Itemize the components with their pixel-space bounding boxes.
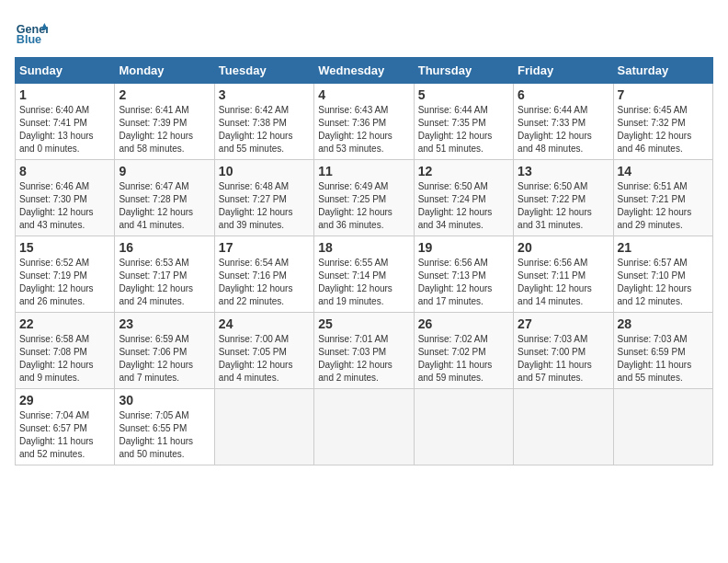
- day-number: 27: [518, 316, 609, 331]
- day-number: 20: [518, 240, 609, 255]
- calendar-cell: 8Sunrise: 6:46 AMSunset: 7:30 PMDaylight…: [16, 160, 115, 236]
- week-row-1: 1Sunrise: 6:40 AMSunset: 7:41 PMDaylight…: [16, 84, 713, 160]
- day-number: 25: [318, 316, 409, 331]
- calendar-cell: 25Sunrise: 7:01 AMSunset: 7:03 PMDayligh…: [314, 313, 414, 389]
- day-number: 15: [19, 240, 110, 255]
- day-number: 26: [418, 316, 509, 331]
- cell-info: Sunrise: 6:57 AMSunset: 7:10 PMDaylight:…: [618, 257, 709, 308]
- logo: General Blue: [15, 15, 51, 48]
- calendar-cell: 13Sunrise: 6:50 AMSunset: 7:22 PMDayligh…: [514, 160, 613, 236]
- calendar-cell: [314, 389, 414, 465]
- cell-info: Sunrise: 6:50 AMSunset: 7:22 PMDaylight:…: [518, 180, 609, 232]
- calendar-cell: 10Sunrise: 6:48 AMSunset: 7:27 PMDayligh…: [214, 160, 313, 236]
- calendar-cell: 19Sunrise: 6:56 AMSunset: 7:13 PMDayligh…: [414, 236, 513, 313]
- calendar-cell: 17Sunrise: 6:54 AMSunset: 7:16 PMDayligh…: [214, 236, 313, 313]
- day-number: 7: [618, 87, 709, 102]
- cell-info: Sunrise: 6:56 AMSunset: 7:11 PMDaylight:…: [518, 257, 609, 308]
- cell-info: Sunrise: 6:52 AMSunset: 7:19 PMDaylight:…: [19, 257, 110, 308]
- cell-info: Sunrise: 6:51 AMSunset: 7:21 PMDaylight:…: [618, 180, 709, 232]
- calendar-cell: 6Sunrise: 6:44 AMSunset: 7:33 PMDaylight…: [514, 84, 613, 160]
- cell-info: Sunrise: 6:42 AMSunset: 7:38 PMDaylight:…: [219, 104, 310, 155]
- cell-info: Sunrise: 7:02 AMSunset: 7:02 PMDaylight:…: [418, 333, 509, 385]
- calendar-cell: 23Sunrise: 6:59 AMSunset: 7:06 PMDayligh…: [115, 313, 214, 389]
- cell-info: Sunrise: 7:03 AMSunset: 6:59 PMDaylight:…: [618, 333, 709, 385]
- calendar-cell: 1Sunrise: 6:40 AMSunset: 7:41 PMDaylight…: [16, 84, 115, 160]
- calendar-cell: [613, 389, 712, 465]
- day-number: 5: [418, 87, 509, 102]
- day-number: 13: [518, 164, 609, 178]
- day-number: 2: [119, 87, 210, 102]
- calendar-cell: [214, 389, 313, 465]
- weekday-header-tuesday: Tuesday: [214, 58, 313, 84]
- cell-info: Sunrise: 6:56 AMSunset: 7:13 PMDaylight:…: [418, 257, 509, 308]
- calendar-cell: 24Sunrise: 7:00 AMSunset: 7:05 PMDayligh…: [214, 313, 313, 389]
- calendar-table: SundayMondayTuesdayWednesdayThursdayFrid…: [15, 57, 713, 465]
- header: General Blue: [15, 15, 713, 48]
- calendar-cell: 16Sunrise: 6:53 AMSunset: 7:17 PMDayligh…: [115, 236, 214, 313]
- cell-info: Sunrise: 6:49 AMSunset: 7:25 PMDaylight:…: [318, 180, 409, 232]
- cell-info: Sunrise: 6:43 AMSunset: 7:36 PMDaylight:…: [318, 104, 409, 155]
- calendar-cell: 12Sunrise: 6:50 AMSunset: 7:24 PMDayligh…: [414, 160, 513, 236]
- day-number: 17: [219, 240, 310, 255]
- cell-info: Sunrise: 6:47 AMSunset: 7:28 PMDaylight:…: [119, 180, 210, 232]
- day-number: 8: [19, 164, 110, 178]
- logo-icon: General Blue: [15, 15, 48, 48]
- day-number: 24: [219, 316, 310, 331]
- cell-info: Sunrise: 6:44 AMSunset: 7:35 PMDaylight:…: [418, 104, 509, 155]
- calendar-cell: [514, 389, 613, 465]
- calendar-cell: 29Sunrise: 7:04 AMSunset: 6:57 PMDayligh…: [16, 389, 115, 465]
- day-number: 29: [19, 393, 110, 408]
- weekday-header-saturday: Saturday: [613, 58, 712, 84]
- weekday-header-monday: Monday: [115, 58, 214, 84]
- day-number: 23: [119, 316, 210, 331]
- cell-info: Sunrise: 7:01 AMSunset: 7:03 PMDaylight:…: [318, 333, 409, 385]
- cell-info: Sunrise: 6:44 AMSunset: 7:33 PMDaylight:…: [518, 104, 609, 155]
- day-number: 30: [119, 393, 210, 408]
- weekday-header-thursday: Thursday: [414, 58, 513, 84]
- day-number: 11: [318, 164, 409, 178]
- day-number: 18: [318, 240, 409, 255]
- cell-info: Sunrise: 6:53 AMSunset: 7:17 PMDaylight:…: [119, 257, 210, 308]
- cell-info: Sunrise: 6:55 AMSunset: 7:14 PMDaylight:…: [318, 257, 409, 308]
- cell-info: Sunrise: 6:46 AMSunset: 7:30 PMDaylight:…: [19, 180, 110, 232]
- cell-info: Sunrise: 7:04 AMSunset: 6:57 PMDaylight:…: [19, 409, 110, 461]
- calendar-cell: 15Sunrise: 6:52 AMSunset: 7:19 PMDayligh…: [16, 236, 115, 313]
- svg-text:Blue: Blue: [17, 33, 41, 46]
- calendar-cell: 20Sunrise: 6:56 AMSunset: 7:11 PMDayligh…: [514, 236, 613, 313]
- calendar-cell: 9Sunrise: 6:47 AMSunset: 7:28 PMDaylight…: [115, 160, 214, 236]
- calendar-cell: 5Sunrise: 6:44 AMSunset: 7:35 PMDaylight…: [414, 84, 513, 160]
- day-number: 22: [19, 316, 110, 331]
- day-number: 21: [618, 240, 709, 255]
- cell-info: Sunrise: 7:00 AMSunset: 7:05 PMDaylight:…: [219, 333, 310, 385]
- calendar-cell: 30Sunrise: 7:05 AMSunset: 6:55 PMDayligh…: [115, 389, 214, 465]
- calendar-cell: [414, 389, 513, 465]
- day-number: 3: [219, 87, 310, 102]
- calendar-cell: 3Sunrise: 6:42 AMSunset: 7:38 PMDaylight…: [214, 84, 313, 160]
- week-row-3: 15Sunrise: 6:52 AMSunset: 7:19 PMDayligh…: [16, 236, 713, 313]
- calendar-cell: 2Sunrise: 6:41 AMSunset: 7:39 PMDaylight…: [115, 84, 214, 160]
- day-number: 19: [418, 240, 509, 255]
- week-row-5: 29Sunrise: 7:04 AMSunset: 6:57 PMDayligh…: [16, 389, 713, 465]
- day-number: 9: [119, 164, 210, 178]
- day-number: 28: [618, 316, 709, 331]
- cell-info: Sunrise: 7:05 AMSunset: 6:55 PMDaylight:…: [119, 409, 210, 461]
- calendar-cell: 26Sunrise: 7:02 AMSunset: 7:02 PMDayligh…: [414, 313, 513, 389]
- weekday-header-row: SundayMondayTuesdayWednesdayThursdayFrid…: [16, 58, 713, 84]
- day-number: 1: [19, 87, 110, 102]
- day-number: 10: [219, 164, 310, 178]
- calendar-cell: 21Sunrise: 6:57 AMSunset: 7:10 PMDayligh…: [613, 236, 712, 313]
- calendar-cell: 27Sunrise: 7:03 AMSunset: 7:00 PMDayligh…: [514, 313, 613, 389]
- calendar-cell: 14Sunrise: 6:51 AMSunset: 7:21 PMDayligh…: [613, 160, 712, 236]
- cell-info: Sunrise: 6:41 AMSunset: 7:39 PMDaylight:…: [119, 104, 210, 155]
- cell-info: Sunrise: 6:40 AMSunset: 7:41 PMDaylight:…: [19, 104, 110, 155]
- cell-info: Sunrise: 6:58 AMSunset: 7:08 PMDaylight:…: [19, 333, 110, 385]
- calendar-cell: 11Sunrise: 6:49 AMSunset: 7:25 PMDayligh…: [314, 160, 414, 236]
- cell-info: Sunrise: 6:59 AMSunset: 7:06 PMDaylight:…: [119, 333, 210, 385]
- calendar-cell: 28Sunrise: 7:03 AMSunset: 6:59 PMDayligh…: [613, 313, 712, 389]
- cell-info: Sunrise: 6:50 AMSunset: 7:24 PMDaylight:…: [418, 180, 509, 232]
- calendar-cell: 18Sunrise: 6:55 AMSunset: 7:14 PMDayligh…: [314, 236, 414, 313]
- day-number: 4: [318, 87, 409, 102]
- day-number: 14: [618, 164, 709, 178]
- week-row-2: 8Sunrise: 6:46 AMSunset: 7:30 PMDaylight…: [16, 160, 713, 236]
- weekday-header-sunday: Sunday: [16, 58, 115, 84]
